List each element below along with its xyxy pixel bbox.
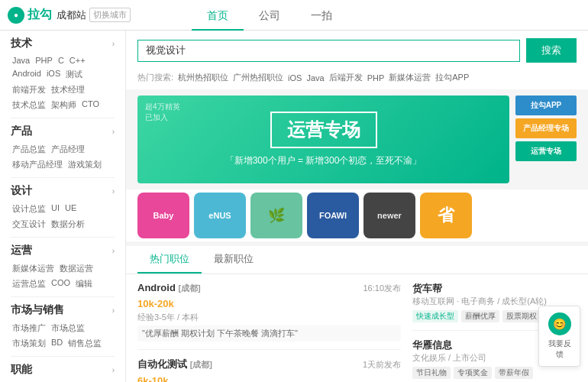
- tab-new-jobs[interactable]: 最新职位: [202, 246, 266, 274]
- banner-ops-button[interactable]: 运营专场: [515, 141, 577, 161]
- sidebar-category-title: 设计: [11, 184, 32, 198]
- app-logo-label: eNUS: [208, 211, 231, 220]
- sidebar-tags-tech: Java PHP C C++ Android iOS 测试 前端开发 技术经理 …: [0, 53, 125, 118]
- sidebar-tag[interactable]: 产品经理: [50, 143, 86, 156]
- sidebar-tag[interactable]: C++: [68, 55, 87, 66]
- nav-item-company[interactable]: 公司: [244, 0, 296, 31]
- logo[interactable]: ● 拉勾: [8, 7, 52, 24]
- chevron-right-icon: ›: [112, 366, 115, 374]
- app-logos-row: Baby eNUS 🌿 FOAWI newer 省: [126, 189, 588, 241]
- job-item: Android [成都] 16:10发布 10k-20k 经验3-5年 / 本科…: [137, 274, 401, 350]
- hot-tag[interactable]: 杭州热招职位: [178, 72, 228, 83]
- job-title[interactable]: 自动化测试 [成都]: [137, 358, 212, 371]
- jobs-left-panel: Android [成都] 16:10发布 10k-20k 经验3-5年 / 本科…: [126, 274, 412, 382]
- nav-item-yipai[interactable]: 一拍: [296, 0, 347, 31]
- chevron-right-icon: ›: [112, 128, 115, 136]
- app-logo-save[interactable]: 省: [420, 193, 472, 238]
- sidebar-tags-ops: 新媒体运营 数据运营 运营总监 COO 编辑: [0, 261, 125, 296]
- sidebar-tag[interactable]: 市场推广: [11, 322, 47, 335]
- sidebar-tag[interactable]: 数据运营: [58, 262, 95, 275]
- sidebar-tag[interactable]: UE: [63, 202, 78, 215]
- sidebar-tag[interactable]: 移动产品经理: [11, 158, 64, 171]
- sidebar-tag[interactable]: 架构师: [50, 99, 78, 112]
- search-button[interactable]: 搜索: [526, 38, 577, 63]
- search-bar: 搜索: [126, 31, 588, 69]
- main-nav: 首页 公司 一拍: [192, 0, 347, 31]
- jobs-area: Android [成都] 16:10发布 10k-20k 经验3-5年 / 本科…: [126, 274, 588, 382]
- app-logo-wind[interactable]: 🌿: [250, 193, 302, 238]
- sidebar-category-ops[interactable]: 运营 ›: [0, 238, 125, 261]
- nav-item-home[interactable]: 首页: [192, 0, 244, 31]
- sidebar-section-ops: 运营 › 新媒体运营 数据运营 运营总监 COO 编辑: [0, 238, 125, 297]
- hot-tag[interactable]: 后端开发: [329, 72, 363, 83]
- app-logo-foawi[interactable]: FOAWI: [307, 193, 359, 238]
- banner-promo-text: 超4万精英已加入: [145, 102, 180, 123]
- banner-main[interactable]: 超4万精英已加入 运营专场 「新增300个用户 = 新增300个初恋，至死不渝」: [137, 96, 509, 183]
- hot-tag[interactable]: 新媒体运营: [389, 72, 431, 83]
- sidebar-tag[interactable]: 编辑: [74, 277, 94, 290]
- sidebar-tag[interactable]: 新媒体运营: [11, 262, 56, 275]
- city-info: 成都站 切换城市: [57, 8, 131, 22]
- sidebar-tag[interactable]: CTO: [80, 99, 101, 112]
- sidebar-category-title: 运营: [11, 244, 32, 257]
- feedback-button[interactable]: 😊 我要反馈: [538, 306, 580, 367]
- sidebar-tag[interactable]: COO: [50, 277, 72, 290]
- sidebar-category-tech[interactable]: 技术 ›: [0, 31, 125, 53]
- app-logo-enus[interactable]: eNUS: [194, 193, 246, 238]
- sidebar-tag[interactable]: Java: [11, 55, 31, 66]
- sidebar-tags-product: 产品总监 产品经理 移动产品经理 游戏策划: [0, 141, 125, 177]
- sidebar-tag[interactable]: 前端开发: [11, 83, 47, 96]
- sidebar-category-product[interactable]: 产品 ›: [0, 118, 125, 141]
- hot-tag[interactable]: 拉勾APP: [435, 72, 469, 83]
- sidebar-tag[interactable]: C: [57, 55, 66, 66]
- sidebar-tag[interactable]: 销售总监: [66, 337, 103, 350]
- sidebar-tag[interactable]: Android: [11, 68, 43, 81]
- sidebar-category-admin[interactable]: 职能 ›: [0, 357, 125, 380]
- sidebar-tag[interactable]: 设计总监: [11, 202, 47, 215]
- job-city: [成都]: [178, 283, 200, 293]
- hot-tag[interactable]: 广州热招职位: [233, 72, 283, 83]
- city-name: 成都站: [57, 8, 86, 22]
- company-tag: 薪酬优厚: [461, 310, 499, 322]
- content-area: 搜索 热门搜索: 杭州热招职位 广州热招职位 iOS Java 后端开发 PHP…: [126, 31, 588, 382]
- job-title[interactable]: Android [成都]: [137, 282, 201, 294]
- tab-hot-jobs[interactable]: 热门职位: [137, 246, 202, 274]
- sidebar-tag[interactable]: PHP: [34, 55, 54, 66]
- search-input[interactable]: [137, 40, 520, 62]
- sidebar-tag[interactable]: 技术总监: [11, 99, 47, 112]
- sidebar-tag[interactable]: 数据分析: [50, 218, 86, 231]
- job-req: 经验3-5年 / 本科: [137, 312, 401, 323]
- sidebar-tag[interactable]: 游戏策划: [66, 158, 103, 171]
- app-logo-baby[interactable]: Baby: [137, 193, 189, 238]
- sidebar-tag[interactable]: 交互设计: [11, 218, 47, 231]
- tabs-area: 热门职位 最新职位 Android [成都] 16:10发布 10k-20k 经…: [126, 246, 588, 382]
- sidebar-category-design[interactable]: 设计 ›: [0, 178, 125, 201]
- sidebar-tag[interactable]: BD: [50, 337, 64, 350]
- banner-app-button[interactable]: 拉勾APP: [515, 96, 577, 115]
- sidebar-tag[interactable]: 测试: [64, 68, 84, 81]
- job-time: 16:10发布: [363, 283, 401, 294]
- sidebar-section-product: 产品 › 产品总监 产品经理 移动产品经理 游戏策划: [0, 118, 125, 178]
- hot-tag[interactable]: PHP: [367, 73, 385, 83]
- app-logo-label: 省: [438, 204, 454, 227]
- sidebar-tag[interactable]: 运营总监: [11, 277, 47, 290]
- sidebar-tag[interactable]: 技术经理: [50, 83, 86, 96]
- hot-tag[interactable]: iOS: [288, 73, 302, 83]
- sidebar-category-title: 技术: [11, 37, 32, 50]
- sidebar-section-design: 设计 › 设计总监 UI UE 交互设计 数据分析: [0, 178, 125, 238]
- company-name[interactable]: 货车帮: [412, 282, 577, 296]
- sidebar-tag[interactable]: 市场策划: [11, 337, 47, 350]
- sidebar-tag[interactable]: 市场总监: [50, 322, 86, 335]
- sidebar-section-admin: 职能 › HR 行政 会计 出纳: [0, 357, 125, 382]
- sidebar-tags-design: 设计总监 UI UE 交互设计 数据分析: [0, 201, 125, 237]
- hot-tag[interactable]: Java: [306, 73, 324, 83]
- sidebar: 技术 › Java PHP C C++ Android iOS 测试 前端开发 …: [0, 31, 126, 382]
- sidebar-tag[interactable]: iOS: [45, 68, 62, 81]
- sidebar-tag[interactable]: UI: [50, 202, 61, 215]
- job-city: [成都]: [190, 360, 212, 369]
- sidebar-tag[interactable]: 产品总监: [11, 143, 47, 156]
- switch-city-button[interactable]: 切换城市: [89, 8, 131, 22]
- sidebar-category-sales[interactable]: 市场与销售 ›: [0, 297, 125, 320]
- app-logo-newer[interactable]: newer: [363, 193, 415, 238]
- banner-product-button[interactable]: 产品经理专场: [515, 118, 577, 138]
